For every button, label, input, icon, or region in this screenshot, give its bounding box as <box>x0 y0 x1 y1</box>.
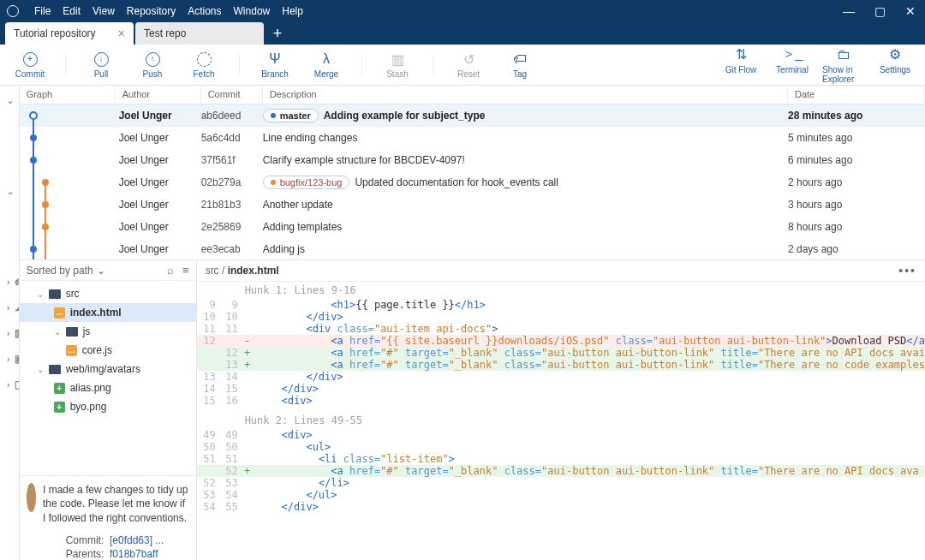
settings-button[interactable]: ⚙Settings <box>874 46 916 84</box>
diff-line[interactable]: 5050 <ul> <box>197 441 925 453</box>
col-description[interactable]: Description <box>263 86 788 104</box>
pull-button[interactable]: ↓Pull <box>80 51 122 79</box>
diff-line[interactable]: 1314 </div> <box>197 371 925 383</box>
folder-src[interactable]: ⌄src <box>20 284 196 303</box>
sidebar-history[interactable]: History <box>0 139 20 156</box>
sidebar-workspace-header[interactable]: ⌄🖵WORKSPACE <box>0 91 19 110</box>
menu-actions[interactable]: Actions <box>188 5 221 17</box>
sidebar-remotes-header[interactable]: ›☁REMOTES <box>0 298 19 317</box>
window-min-button[interactable]: — <box>841 4 856 18</box>
modified-icon: … <box>54 307 65 319</box>
tab-testrepo[interactable]: Test repo <box>135 22 264 45</box>
branch-123-bug[interactable]: ○123-bug <box>0 217 20 247</box>
folder-icon: 🗀 <box>837 46 850 63</box>
chevron-down-icon: ⌄ <box>7 96 14 105</box>
window-close-button[interactable]: ✕ <box>903 4 918 18</box>
diff-breadcrumb: src / index.html ••• <box>197 260 925 282</box>
commit-row[interactable]: Joel Unger5a6c4ddLine ending changes5 mi… <box>20 127 925 149</box>
diff-line[interactable]: 5354 </ul> <box>197 489 925 501</box>
menu-repository[interactable]: Repository <box>127 5 176 17</box>
line-no-old: 54 <box>197 501 219 513</box>
tab-tutorial[interactable]: Tutorial repository × <box>5 22 134 45</box>
terminal-button[interactable]: ＞_Terminal <box>771 46 814 84</box>
tag-icon: 🏷 <box>513 51 527 68</box>
merge-button[interactable]: λMerge <box>305 51 348 79</box>
branch-dot-icon <box>271 180 276 185</box>
window-max-button[interactable]: ▢ <box>872 4 887 18</box>
commit-desc: Adding templates <box>263 221 343 233</box>
folder-avatars[interactable]: ⌄web/img/avatars <box>20 360 196 378</box>
col-graph[interactable]: Graph <box>20 86 116 104</box>
branch-button[interactable]: ΨBranch <box>254 51 296 79</box>
added-icon: + <box>54 402 65 413</box>
stash-button[interactable]: ▥Stash <box>376 51 419 79</box>
sidebar-stashes-header[interactable]: ›▥STASHES <box>0 324 19 343</box>
tag-button[interactable]: 🏷Tag <box>498 51 541 79</box>
diff-options-button[interactable]: ••• <box>898 264 916 277</box>
chevron-down-icon: ⌄ <box>54 327 61 337</box>
line-no-old: 51 <box>197 453 219 465</box>
col-commit[interactable]: Commit <box>201 86 263 104</box>
sidebar-branches-header[interactable]: ⌄ΨBRANCHES <box>0 182 19 200</box>
diff-line[interactable]: 5455 </div> <box>197 501 925 513</box>
diff-line[interactable]: 4949 <div> <box>197 429 925 441</box>
sidebar-search[interactable]: Search <box>0 156 20 173</box>
menu-view[interactable]: View <box>92 5 115 17</box>
reset-button[interactable]: ↺Reset <box>447 51 490 79</box>
diff-line[interactable]: 1516 <div> <box>197 395 925 407</box>
gitflow-button[interactable]: ⇅Git Flow <box>719 46 762 84</box>
diff-line[interactable]: 12+ <a href="#" target="_blank" class="a… <box>197 347 925 359</box>
diff-line[interactable]: 1415 </div> <box>197 383 925 395</box>
sidebar-file-status[interactable]: File status <box>0 110 20 139</box>
file-core-js[interactable]: …core.js <box>20 341 196 360</box>
list-options-icon[interactable]: ≡ <box>182 264 189 277</box>
line-no-old: 13 <box>197 371 219 383</box>
branch-folder-bugfix[interactable]: ⌄🗀bugfix <box>0 200 20 217</box>
stash-icon: ▥ <box>391 51 404 68</box>
col-date[interactable]: Date <box>788 86 925 104</box>
diff-line[interactable]: 1111 <div class="aui-item api-docs"> <box>197 323 925 335</box>
file-index-html[interactable]: …index.html <box>20 303 196 322</box>
folder-js[interactable]: ⌄js <box>20 322 196 341</box>
commit-row[interactable]: Joel Unger2e25869Adding templates8 hours… <box>20 216 925 238</box>
diff-line[interactable]: 5151 <li class="list-item"> <box>197 453 925 465</box>
folder-icon <box>49 289 61 299</box>
file-byo-png[interactable]: +byo.png <box>20 397 196 416</box>
diff-line[interactable]: 52+ <a href="#" target="_blank" class="a… <box>197 465 925 477</box>
menu-help[interactable]: Help <box>282 5 303 17</box>
menu-window[interactable]: Window <box>234 5 271 17</box>
commit-author: Joel Unger <box>116 154 201 166</box>
search-icon[interactable]: ⌕ <box>167 264 174 277</box>
diff-line[interactable]: 1010 </div> <box>197 311 925 323</box>
crumb-dir[interactable]: src / <box>206 265 228 277</box>
diff-line[interactable]: 5253 </li> <box>197 477 925 489</box>
diff-line[interactable]: 12- <a href="{{ site.baseurl }}downloads… <box>197 335 925 347</box>
line-no-old: 15 <box>197 395 219 407</box>
new-tab-button[interactable]: + <box>266 22 289 45</box>
commit-date: 2 hours ago <box>788 176 925 188</box>
sidebar-submodules-header[interactable]: ›▣SUBMODULES <box>0 349 19 368</box>
commit-button[interactable]: +Commit <box>9 51 51 79</box>
col-author[interactable]: Author <box>116 86 201 104</box>
commit-row[interactable]: Joel Unger02b279abugfix/123-bugUpdated d… <box>20 171 925 194</box>
commit-row[interactable]: Joel Ungerab6deedmasterAdding example fo… <box>20 104 925 127</box>
file-tree: ⌄src …index.html ⌄js …core.js ⌄web/img/a… <box>20 281 196 475</box>
diff-line[interactable]: 99 <h1>{{ page.title }}</h1> <box>197 299 925 311</box>
explorer-button[interactable]: 🗀Show in Explorer <box>822 46 865 84</box>
line-no-new: 55 <box>219 501 242 513</box>
menu-file[interactable]: File <box>34 5 51 17</box>
commit-row[interactable]: Joel Unger21b81b3Another update3 hours a… <box>20 194 925 216</box>
push-button[interactable]: ↑Push <box>131 51 174 79</box>
file-alias-png[interactable]: +alias.png <box>20 378 196 397</box>
plus-icon: + <box>23 52 38 67</box>
commit-row[interactable]: Joel Ungeree3ecabAdding js2 days ago <box>20 238 925 260</box>
menu-edit[interactable]: Edit <box>63 5 81 17</box>
sort-dropdown[interactable]: Sorted by path⌄ <box>27 265 105 277</box>
branch-master[interactable]: master <box>0 247 20 264</box>
commit-row[interactable]: Joel Unger37f561fClarify example structu… <box>20 149 925 171</box>
fetch-button[interactable]: Fetch <box>182 51 225 79</box>
close-icon[interactable]: × <box>118 27 125 40</box>
sidebar-tags-header[interactable]: ›🏷TAGS <box>0 272 19 291</box>
diff-line[interactable]: 13+ <a href="#" target="_blank" class="a… <box>197 359 925 371</box>
sidebar-subtrees-header[interactable]: ›◫SUBTREES <box>0 375 19 394</box>
